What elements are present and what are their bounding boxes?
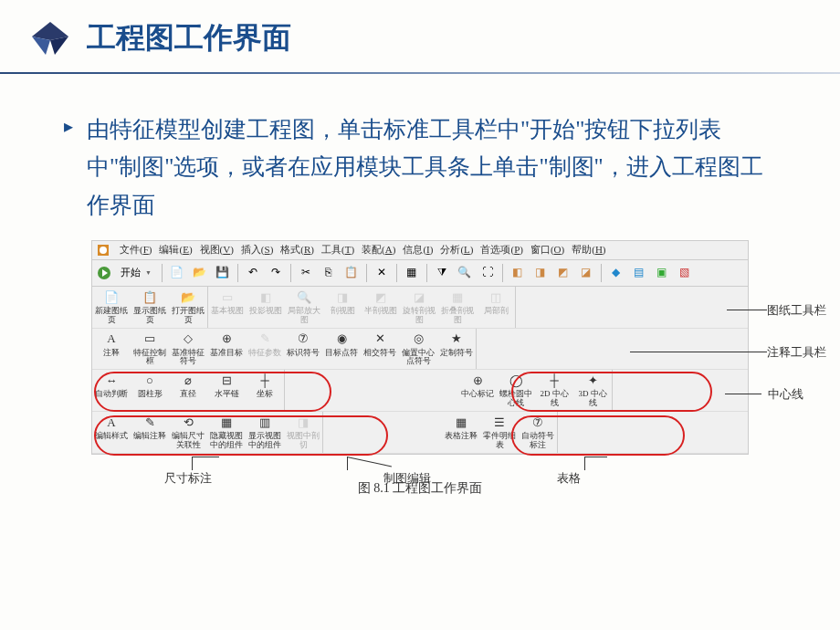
tool-group: A编辑样式✎编辑注释⟲编辑尺寸关联性▦隐藏视图中的组件▥显示视图中的组件◨视图中… [92,412,323,453]
tool-button[interactable]: ┼坐标 [246,370,284,411]
tool-label: 局部剖 [484,307,509,316]
tool-icon: ▭ [141,331,159,348]
menu-item[interactable]: 格式(R) [277,242,318,257]
tool-label: 坐标 [257,390,273,399]
tool-button[interactable]: ✕相交符号 [361,329,399,370]
misc2-button[interactable]: ▧ [675,263,695,283]
tool-label: 新建图纸页 [94,307,129,325]
tool-icon: ◇ [179,331,197,348]
cut-button[interactable]: ✂ [296,263,316,283]
menu-item[interactable]: 分析(L) [436,242,477,257]
grid-button[interactable]: ▦ [402,263,422,283]
edit-toolbar-row: A编辑样式✎编辑注释⟲编辑尺寸关联性▦隐藏视图中的组件▥显示视图中的组件◨视图中… [92,412,748,454]
tool-label: 偏置中心点符号 [401,349,436,367]
save-button[interactable]: 💾 [213,263,233,283]
tool-icon: A [102,415,121,431]
tool-label: 显示视图中的组件 [247,432,282,450]
tool-button[interactable]: ▦隐藏视图中的组件 [207,412,246,453]
tool-button[interactable]: 📋显示图纸页 [131,287,169,328]
color-button[interactable]: ◆ [606,263,626,283]
tool-icon: 📋 [141,289,159,306]
start-button[interactable]: 开始 ▼ [115,264,157,281]
svg-marker-0 [32,22,68,40]
tool-button[interactable]: 📄新建图纸页 [92,287,131,328]
view1-button[interactable]: ◧ [508,263,528,283]
tool-icon: ✎ [256,331,274,348]
tool-icon: ◧ [257,289,275,306]
tool-icon: ○ [141,373,159,389]
menu-item[interactable]: 装配(A) [358,242,399,257]
view3-button[interactable]: ◩ [553,263,573,283]
tool-button[interactable]: ☰零件明细表 [480,412,519,453]
tool-button[interactable]: A编辑样式 [92,412,131,453]
copy-button[interactable]: ⎘ [319,263,339,283]
menu-item[interactable]: 帮助(H) [568,242,609,257]
tool-button[interactable]: ⟲编辑尺寸关联性 [169,412,207,453]
tool-label: 相交符号 [363,349,396,358]
menu-item[interactable]: 信息(I) [399,242,436,257]
tool-icon: ↔ [102,373,121,389]
tool-button: ◧投影视图 [247,287,285,328]
menu-item[interactable]: 编辑(E) [155,242,195,257]
tool-label: 旋转剖视图 [402,307,436,325]
menu-item[interactable]: 视图(V) [196,242,237,257]
tool-label: 直径 [180,390,196,399]
tool-button[interactable]: ▭特征控制框 [131,329,169,370]
tool-button[interactable]: ⊕中心标记 [458,370,497,411]
tool-label: 剖视图 [331,307,355,316]
tool-button[interactable]: ✦3D 中心线 [573,370,612,411]
menu-item[interactable]: 文件(F) [116,242,155,257]
tool-button[interactable]: ↔自动判断 [92,370,131,411]
drawing-toolbar-row: 📄新建图纸页📋显示图纸页📂打开图纸页▭基本视图◧投影视图🔍局部放大图◨剖视图◩半… [92,287,748,329]
tool-button[interactable]: ◎偏置中心点符号 [399,329,437,370]
view2-button[interactable]: ◨ [530,263,551,283]
tool-label: 编辑样式 [95,432,128,441]
tool-icon: ▦ [217,415,236,431]
tool-button[interactable]: ⌀直径 [169,370,207,411]
tool-button[interactable]: ◉目标点符 [322,329,361,370]
tool-button[interactable]: A注释 [92,329,131,370]
paste-button[interactable]: 📋 [341,263,362,283]
menu-item[interactable]: 首选项(P) [477,242,526,257]
tool-button[interactable]: ⊟水平链 [207,370,246,411]
tool-button[interactable]: ⑦自动符号标注 [519,412,557,453]
tool-icon: ☰ [490,415,509,431]
dropdown-arrow-icon: ▼ [145,269,152,277]
tool-group: ↔自动判断○圆柱形⌀直径⊟水平链┼坐标 [92,370,285,411]
tool-button[interactable]: ⑦标识符号 [284,329,322,370]
tool-label: 基本视图 [211,307,244,316]
misc1-button[interactable]: ▣ [652,263,672,283]
new-file-button[interactable]: 📄 [167,263,187,283]
tool-button[interactable]: ▦表格注释 [442,412,480,453]
tool-button[interactable]: ★定制符号 [437,329,476,370]
tool-button[interactable]: ✎编辑注释 [131,412,169,453]
tool-button[interactable]: ⊕基准目标 [207,329,246,370]
tool-button[interactable]: ○圆柱形 [131,370,169,411]
page-title: 工程图工作界面 [87,18,291,58]
filter-button[interactable]: ⧩ [432,263,452,283]
tool-button[interactable]: ◯螺栓圆中心线 [497,370,535,411]
tool-icon: ◨ [333,289,352,306]
open-file-button[interactable]: 📂 [190,263,210,283]
tool-label: 3D 中心线 [575,390,610,408]
tool-button[interactable]: ▥显示视图中的组件 [246,412,284,453]
menu-item[interactable]: 工具(T) [318,242,358,257]
tool-button[interactable]: 📂打开图纸页 [169,287,207,328]
redo-button[interactable]: ↷ [266,263,286,283]
tool-icon: ✦ [583,373,602,389]
tool-label: 编辑注释 [133,432,166,441]
tool-button: 🔍局部放大图 [285,287,323,328]
delete-button[interactable]: ✕ [372,263,392,283]
menu-item[interactable]: 插入(S) [237,242,277,257]
tool-button[interactable]: ┼2D 中心线 [535,370,573,411]
zoom-button[interactable]: 🔍 [455,263,475,283]
layer-button[interactable]: ▤ [629,263,649,283]
tool-label: 圆柱形 [138,390,163,399]
tool-button[interactable]: ◇基准特征符号 [169,329,207,370]
tool-icon: ⟲ [179,415,197,431]
view4-button[interactable]: ◪ [576,263,596,283]
undo-button[interactable]: ↶ [243,263,263,283]
tool-button: ◪旋转剖视图 [400,287,438,328]
menu-item[interactable]: 窗口(O) [527,242,568,257]
fit-button[interactable]: ⛶ [478,263,498,283]
